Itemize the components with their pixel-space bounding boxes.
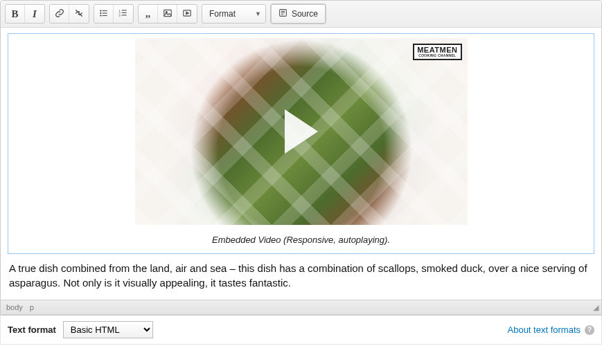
text-format-select[interactable]: Basic HTML xyxy=(63,321,153,338)
editor-content[interactable]: MEATMEN COOKING CHANNEL Embedded Video (… xyxy=(1,28,601,300)
blockquote-icon: ,, xyxy=(145,9,150,19)
blockquote-button[interactable]: ,, xyxy=(139,5,158,23)
source-icon xyxy=(278,8,287,19)
toolbar-group-link xyxy=(49,4,89,24)
toolbar-group-source: Source xyxy=(270,3,326,24)
svg-rect-12 xyxy=(163,10,171,16)
format-dropdown-label: Format xyxy=(209,9,236,19)
numbered-list-button[interactable]: 123 xyxy=(114,5,133,23)
svg-text:3: 3 xyxy=(119,13,121,17)
toolbar-group-text-style: B I xyxy=(5,4,45,24)
svg-rect-3 xyxy=(102,12,107,13)
toolbar-group-media: ,, xyxy=(138,4,197,24)
element-path-bar: body p ◢ xyxy=(1,300,601,315)
text-format-row: Text format Basic HTML About text format… xyxy=(0,316,602,345)
resize-handle-icon[interactable]: ◢ xyxy=(593,303,599,312)
link-icon xyxy=(55,8,64,20)
svg-rect-9 xyxy=(122,12,127,12)
path-segment-body[interactable]: body xyxy=(6,303,23,311)
path-segment-p[interactable]: p xyxy=(30,303,34,311)
editor-toolbar: B I xyxy=(1,1,601,28)
bold-icon: B xyxy=(11,8,18,20)
svg-rect-1 xyxy=(102,10,107,10)
source-button-label: Source xyxy=(292,9,318,19)
bullet-list-button[interactable] xyxy=(94,5,114,23)
embed-caption: Embedded Video (Responsive, autoplaying)… xyxy=(12,235,590,245)
rich-text-editor: B I xyxy=(0,0,602,316)
format-dropdown[interactable]: Format ▼ xyxy=(202,4,266,24)
image-button[interactable] xyxy=(158,5,177,23)
italic-icon: I xyxy=(33,8,37,20)
svg-rect-7 xyxy=(122,10,127,10)
svg-rect-11 xyxy=(122,15,127,15)
svg-rect-5 xyxy=(102,15,107,15)
bullet-list-icon xyxy=(99,8,109,20)
about-text-formats-link[interactable]: About text formats ? xyxy=(508,325,595,335)
chevron-down-icon: ▼ xyxy=(255,10,261,17)
svg-point-4 xyxy=(100,15,101,16)
toolbar-group-lists: 123 xyxy=(94,4,134,24)
video-watermark-badge: MEATMEN COOKING CHANNEL xyxy=(413,44,461,60)
play-icon[interactable] xyxy=(285,109,318,154)
video-thumbnail[interactable]: MEATMEN COOKING CHANNEL xyxy=(135,38,468,225)
help-icon: ? xyxy=(585,325,594,335)
source-button[interactable]: Source xyxy=(271,4,326,24)
svg-point-2 xyxy=(100,12,101,13)
body-paragraph[interactable]: A true dish combined from the land, air … xyxy=(8,254,594,295)
embedded-video-frame[interactable]: MEATMEN COOKING CHANNEL Embedded Video (… xyxy=(8,33,594,254)
link-button[interactable] xyxy=(50,5,69,23)
image-icon xyxy=(163,8,172,20)
unlink-button[interactable] xyxy=(69,5,89,23)
numbered-list-icon: 123 xyxy=(118,8,128,20)
svg-point-0 xyxy=(100,10,101,11)
text-format-label: Text format xyxy=(8,325,56,335)
video-button[interactable] xyxy=(177,5,197,23)
unlink-icon xyxy=(74,8,84,20)
video-icon xyxy=(182,8,192,20)
italic-button[interactable]: I xyxy=(25,5,44,23)
bold-button[interactable]: B xyxy=(6,5,25,23)
svg-marker-15 xyxy=(186,12,189,15)
